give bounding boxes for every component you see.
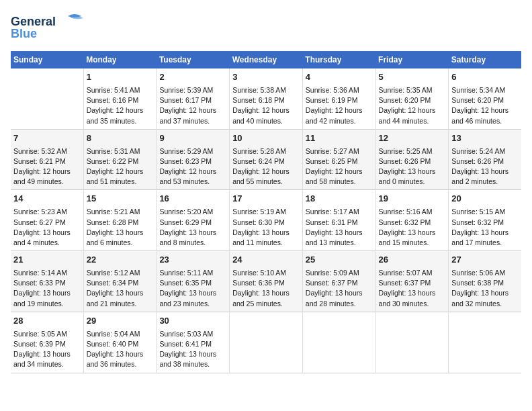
day-number: 7: [13, 132, 81, 145]
logo-svg: General Blue: [11, 11, 85, 44]
calendar-cell: [375, 312, 449, 373]
day-number: 27: [451, 254, 519, 267]
cell-content: Sunrise: 5:07 AM Sunset: 6:37 PM Dayligh…: [379, 268, 446, 309]
page-header: General Blue: [11, 11, 521, 44]
cell-content: Sunrise: 5:12 AM Sunset: 6:34 PM Dayligh…: [87, 268, 154, 309]
day-number: 1: [87, 71, 154, 84]
cell-content: Sunrise: 5:41 AM Sunset: 6:16 PM Dayligh…: [87, 85, 154, 126]
day-number: 2: [159, 71, 226, 84]
week-row-3: 14Sunrise: 5:23 AM Sunset: 6:27 PM Dayli…: [11, 190, 521, 251]
day-header-wednesday: Wednesday: [230, 51, 303, 68]
calendar-cell: 19Sunrise: 5:16 AM Sunset: 6:32 PM Dayli…: [375, 190, 449, 251]
cell-content: Sunrise: 5:06 AM Sunset: 6:38 PM Dayligh…: [451, 268, 519, 309]
cell-content: Sunrise: 5:29 AM Sunset: 6:23 PM Dayligh…: [159, 146, 226, 187]
calendar-cell: 12Sunrise: 5:25 AM Sunset: 6:26 PM Dayli…: [375, 129, 449, 190]
day-number: 8: [87, 132, 154, 145]
day-number: 24: [232, 254, 300, 267]
day-number: 22: [87, 254, 154, 267]
day-number: 26: [379, 254, 446, 267]
calendar-cell: [449, 312, 521, 373]
day-number: 17: [232, 193, 300, 205]
cell-content: Sunrise: 5:16 AM Sunset: 6:32 PM Dayligh…: [379, 207, 446, 248]
week-row-1: 1Sunrise: 5:41 AM Sunset: 6:16 PM Daylig…: [11, 68, 521, 129]
day-header-tuesday: Tuesday: [157, 51, 230, 68]
cell-content: Sunrise: 5:31 AM Sunset: 6:22 PM Dayligh…: [87, 146, 154, 187]
calendar-cell: [230, 312, 303, 373]
calendar-cell: 8Sunrise: 5:31 AM Sunset: 6:22 PM Daylig…: [83, 129, 157, 190]
calendar-cell: 1Sunrise: 5:41 AM Sunset: 6:16 PM Daylig…: [83, 68, 157, 129]
svg-text:General: General: [11, 15, 56, 28]
cell-content: Sunrise: 5:14 AM Sunset: 6:33 PM Dayligh…: [13, 268, 81, 309]
day-number: 5: [379, 71, 446, 84]
day-number: 6: [451, 71, 519, 84]
cell-content: Sunrise: 5:32 AM Sunset: 6:21 PM Dayligh…: [13, 146, 81, 187]
cell-content: Sunrise: 5:17 AM Sunset: 6:31 PM Dayligh…: [306, 207, 373, 248]
cell-content: Sunrise: 5:19 AM Sunset: 6:30 PM Dayligh…: [232, 207, 300, 248]
calendar-cell: 21Sunrise: 5:14 AM Sunset: 6:33 PM Dayli…: [11, 251, 83, 312]
cell-content: Sunrise: 5:03 AM Sunset: 6:41 PM Dayligh…: [159, 329, 226, 370]
day-number: 20: [451, 193, 519, 205]
calendar-cell: 16Sunrise: 5:20 AM Sunset: 6:29 PM Dayli…: [157, 190, 230, 251]
day-number: 14: [13, 193, 81, 205]
calendar-cell: [302, 312, 375, 373]
day-number: 15: [87, 193, 154, 205]
day-number: 13: [451, 132, 519, 145]
cell-content: Sunrise: 5:36 AM Sunset: 6:19 PM Dayligh…: [306, 85, 373, 126]
cell-content: Sunrise: 5:27 AM Sunset: 6:25 PM Dayligh…: [306, 146, 373, 187]
calendar-cell: 6Sunrise: 5:34 AM Sunset: 6:20 PM Daylig…: [449, 68, 521, 129]
calendar-cell: 7Sunrise: 5:32 AM Sunset: 6:21 PM Daylig…: [11, 129, 83, 190]
week-row-2: 7Sunrise: 5:32 AM Sunset: 6:21 PM Daylig…: [11, 129, 521, 190]
cell-content: Sunrise: 5:23 AM Sunset: 6:27 PM Dayligh…: [13, 207, 81, 248]
calendar-cell: 2Sunrise: 5:39 AM Sunset: 6:17 PM Daylig…: [157, 68, 230, 129]
cell-content: Sunrise: 5:04 AM Sunset: 6:40 PM Dayligh…: [87, 329, 154, 370]
svg-text:Blue: Blue: [11, 27, 37, 40]
calendar-cell: 23Sunrise: 5:11 AM Sunset: 6:35 PM Dayli…: [157, 251, 230, 312]
day-number: 28: [13, 315, 81, 328]
calendar-cell: [11, 68, 83, 129]
logo: General Blue: [11, 11, 85, 44]
day-number: 23: [159, 254, 226, 267]
cell-content: Sunrise: 5:05 AM Sunset: 6:39 PM Dayligh…: [13, 329, 81, 370]
cell-content: Sunrise: 5:21 AM Sunset: 6:28 PM Dayligh…: [87, 207, 154, 248]
cell-content: Sunrise: 5:15 AM Sunset: 6:32 PM Dayligh…: [451, 207, 519, 248]
calendar-cell: 24Sunrise: 5:10 AM Sunset: 6:36 PM Dayli…: [230, 251, 303, 312]
calendar-cell: 13Sunrise: 5:24 AM Sunset: 6:26 PM Dayli…: [449, 129, 521, 190]
day-number: 18: [306, 193, 373, 205]
calendar-cell: 10Sunrise: 5:28 AM Sunset: 6:24 PM Dayli…: [230, 129, 303, 190]
cell-content: Sunrise: 5:34 AM Sunset: 6:20 PM Dayligh…: [451, 85, 519, 126]
day-number: 3: [232, 71, 300, 84]
calendar-cell: 26Sunrise: 5:07 AM Sunset: 6:37 PM Dayli…: [375, 251, 449, 312]
calendar-cell: 17Sunrise: 5:19 AM Sunset: 6:30 PM Dayli…: [230, 190, 303, 251]
day-header-thursday: Thursday: [302, 51, 375, 68]
calendar-header-row: SundayMondayTuesdayWednesdayThursdayFrid…: [11, 51, 521, 68]
calendar-cell: 28Sunrise: 5:05 AM Sunset: 6:39 PM Dayli…: [11, 312, 83, 373]
day-number: 11: [306, 132, 373, 145]
calendar-cell: 15Sunrise: 5:21 AM Sunset: 6:28 PM Dayli…: [83, 190, 157, 251]
day-number: 12: [379, 132, 446, 145]
day-header-sunday: Sunday: [11, 51, 83, 68]
cell-content: Sunrise: 5:35 AM Sunset: 6:20 PM Dayligh…: [379, 85, 446, 126]
day-number: 9: [159, 132, 226, 145]
day-number: 16: [159, 193, 226, 205]
calendar-cell: 22Sunrise: 5:12 AM Sunset: 6:34 PM Dayli…: [83, 251, 157, 312]
calendar-body: 1Sunrise: 5:41 AM Sunset: 6:16 PM Daylig…: [11, 68, 521, 373]
week-row-4: 21Sunrise: 5:14 AM Sunset: 6:33 PM Dayli…: [11, 251, 521, 312]
day-header-friday: Friday: [375, 51, 449, 68]
calendar-cell: 27Sunrise: 5:06 AM Sunset: 6:38 PM Dayli…: [449, 251, 521, 312]
calendar-table: SundayMondayTuesdayWednesdayThursdayFrid…: [11, 51, 521, 373]
cell-content: Sunrise: 5:11 AM Sunset: 6:35 PM Dayligh…: [159, 268, 226, 309]
calendar-cell: 29Sunrise: 5:04 AM Sunset: 6:40 PM Dayli…: [83, 312, 157, 373]
calendar-cell: 3Sunrise: 5:38 AM Sunset: 6:18 PM Daylig…: [230, 68, 303, 129]
day-number: 30: [159, 315, 226, 328]
day-number: 10: [232, 132, 300, 145]
calendar-cell: 18Sunrise: 5:17 AM Sunset: 6:31 PM Dayli…: [302, 190, 375, 251]
day-header-monday: Monday: [83, 51, 157, 68]
calendar-cell: 25Sunrise: 5:09 AM Sunset: 6:37 PM Dayli…: [302, 251, 375, 312]
day-number: 29: [87, 315, 154, 328]
cell-content: Sunrise: 5:28 AM Sunset: 6:24 PM Dayligh…: [232, 146, 300, 187]
calendar-cell: 4Sunrise: 5:36 AM Sunset: 6:19 PM Daylig…: [302, 68, 375, 129]
day-number: 21: [13, 254, 81, 267]
cell-content: Sunrise: 5:38 AM Sunset: 6:18 PM Dayligh…: [232, 85, 300, 126]
calendar-cell: 9Sunrise: 5:29 AM Sunset: 6:23 PM Daylig…: [157, 129, 230, 190]
calendar-cell: 30Sunrise: 5:03 AM Sunset: 6:41 PM Dayli…: [157, 312, 230, 373]
